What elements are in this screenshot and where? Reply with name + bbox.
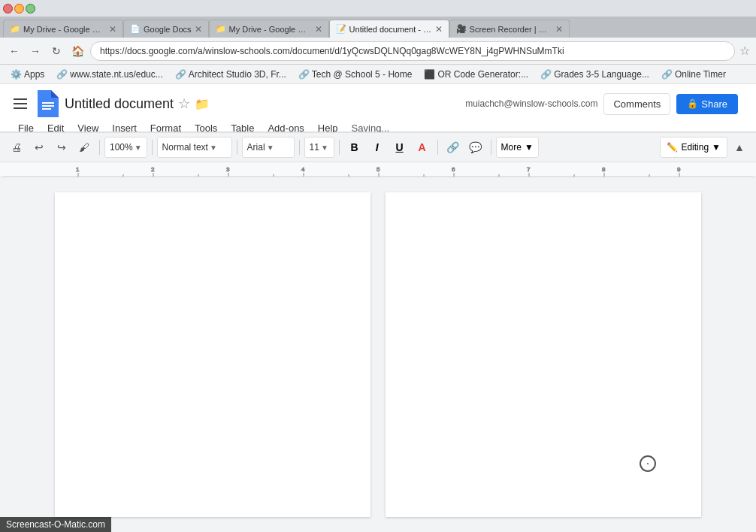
redo-button[interactable]: ↪ — [51, 137, 72, 158]
style-chevron-icon: ▼ — [210, 144, 217, 152]
font-value: Arial — [247, 142, 265, 153]
share-label: Share — [701, 98, 727, 110]
tab-close-1[interactable]: ✕ — [109, 24, 116, 35]
tab-label-2: Google Docs — [144, 25, 192, 34]
share-button[interactable]: 🔒 Share — [676, 94, 738, 114]
bookmark-state-label: www.state.nt.us/educ... — [70, 69, 162, 80]
tab-label-3: My Drive - Google Drive — [229, 25, 312, 34]
tab-favicon-4: 📝 — [336, 24, 346, 35]
font-chevron-icon: ▼ — [267, 144, 274, 152]
print-button[interactable]: 🖨 — [6, 137, 27, 158]
document-area[interactable] — [0, 177, 756, 532]
toolbar: 🖨 ↩ ↪ 🖌 100% ▼ Normal text ▼ Arial ▼ 11 … — [0, 132, 756, 162]
hamburger-menu-icon[interactable] — [9, 92, 32, 115]
comments-button[interactable]: Comments — [603, 93, 670, 115]
title-bar — [0, 0, 756, 17]
tab-3[interactable]: 📁 My Drive - Google Drive ✕ — [209, 20, 329, 38]
zoom-value: 100% — [110, 142, 133, 153]
fontsize-dropdown[interactable]: 11 ▼ — [304, 137, 334, 158]
forward-button[interactable]: → — [27, 43, 44, 59]
tab-close-2[interactable]: ✕ — [195, 24, 202, 35]
tab-close-3[interactable]: ✕ — [315, 24, 322, 35]
pencil-icon: ✏️ — [667, 142, 678, 153]
svg-text:6: 6 — [452, 166, 455, 173]
menu-line-1 — [14, 98, 27, 100]
address-input[interactable] — [90, 41, 735, 61]
tab-4[interactable]: 📝 Untitled document - Goo... ✕ — [329, 20, 449, 38]
refresh-button[interactable]: ↻ — [48, 43, 65, 59]
insert-link-button[interactable]: 🔗 — [443, 137, 464, 158]
menu-line-3 — [14, 107, 27, 109]
undo-button[interactable]: ↩ — [29, 137, 50, 158]
tab-close-4[interactable]: ✕ — [435, 24, 443, 35]
more-button[interactable]: More ▼ — [496, 137, 539, 158]
svg-text:5: 5 — [376, 166, 380, 173]
style-value: Normal text — [162, 142, 208, 153]
grades-icon: 🔗 — [540, 69, 552, 80]
svg-text:2: 2 — [151, 166, 155, 173]
qr-icon: ⬛ — [424, 69, 435, 80]
more-label: More — [501, 142, 522, 153]
bookmark-apps-label: Apps — [24, 69, 44, 80]
tab-label-1: My Drive - Google Drive — [23, 25, 106, 34]
home-button[interactable]: 🏠 — [69, 43, 86, 59]
bookmark-grades[interactable]: 🔗 Grades 3-5 Language... — [536, 68, 654, 81]
bookmark-tech[interactable]: 🔗 Tech @ School 5 - Home — [294, 68, 417, 81]
editing-mode-button[interactable]: ✏️ Editing ▼ — [660, 137, 727, 158]
svg-text:7: 7 — [527, 166, 531, 173]
bookmark-architect[interactable]: 🔗 Architect Studio 3D, Fr... — [171, 68, 291, 81]
bookmark-timer-label: Online Timer — [675, 69, 726, 80]
bookmarks-bar: ⚙️ Apps 🔗 www.state.nt.us/educ... 🔗 Arch… — [0, 65, 756, 84]
window-close[interactable] — [3, 4, 13, 14]
bookmark-qr-label: OR Code Generator:... — [437, 69, 528, 80]
window-minimize[interactable] — [14, 4, 24, 14]
ruler: 1 2 3 4 5 6 7 8 9 — [0, 162, 756, 177]
zoom-chevron-icon: ▼ — [135, 144, 142, 152]
paint-format-button[interactable]: 🖌 — [74, 137, 95, 158]
separator-6 — [437, 140, 438, 155]
folder-icon[interactable]: 📁 — [195, 97, 210, 111]
tab-close-5[interactable]: ✕ — [555, 24, 563, 35]
tab-2[interactable]: 📄 Google Docs ✕ — [123, 20, 209, 38]
doc-page-left[interactable] — [55, 192, 370, 517]
main-content: Untitled document ☆ 📁 muiachch@winslow-s… — [0, 84, 756, 532]
doc-page-right[interactable] — [386, 192, 701, 517]
bookmark-star-icon[interactable]: ☆ — [739, 44, 750, 58]
header-right: muiachch@winslow-schools.com Comments 🔒 … — [465, 93, 747, 115]
docs-logo-svg — [38, 90, 59, 117]
svg-text:1: 1 — [76, 166, 80, 173]
favorite-star-icon[interactable]: ☆ — [178, 95, 190, 112]
bookmark-apps[interactable]: ⚙️ Apps — [6, 68, 49, 81]
bookmark-state[interactable]: 🔗 www.state.nt.us/educ... — [52, 68, 167, 81]
collapse-toolbar-button[interactable]: ▲ — [729, 137, 750, 158]
tab-5[interactable]: 🎥 Screen Recorder | Scree... ✕ — [449, 20, 570, 38]
svg-rect-4 — [42, 108, 51, 110]
tab-favicon-1: 📁 — [10, 24, 20, 35]
style-dropdown[interactable]: Normal text ▼ — [157, 137, 232, 158]
text-color-button[interactable]: A — [412, 137, 433, 158]
document-title[interactable]: Untitled document — [65, 96, 174, 112]
back-button[interactable]: ← — [6, 43, 23, 59]
bookmark-tech-label: Tech @ School 5 - Home — [312, 69, 413, 80]
tab-1[interactable]: 📁 My Drive - Google Drive ✕ — [3, 20, 123, 38]
insert-comment-button[interactable]: 💬 — [465, 137, 486, 158]
tab-favicon-5: 🎥 — [456, 24, 467, 35]
docs-logo — [38, 90, 59, 117]
underline-button[interactable]: U — [389, 137, 410, 158]
font-dropdown[interactable]: Arial ▼ — [242, 137, 295, 158]
italic-button[interactable]: I — [367, 137, 388, 158]
tab-favicon-3: 📁 — [216, 24, 226, 35]
bold-button[interactable]: B — [344, 137, 365, 158]
app-header-top: Untitled document ☆ 📁 muiachch@winslow-s… — [0, 84, 756, 119]
zoom-dropdown[interactable]: 100% ▼ — [104, 137, 147, 158]
bookmark-qr[interactable]: ⬛ OR Code Generator:... — [419, 68, 533, 81]
bookmark-grades-label: Grades 3-5 Language... — [554, 69, 649, 80]
window-maximize[interactable] — [26, 4, 35, 14]
separator-1 — [99, 140, 100, 155]
bookmark-timer[interactable]: 🔗 Online Timer — [657, 68, 730, 81]
tab-label-4: Untitled document - Goo... — [349, 25, 432, 34]
screencast-watermark: Screencast-O-Matic.com — [0, 517, 111, 532]
cursor-indicator — [640, 455, 656, 472]
separator-5 — [339, 140, 340, 155]
user-email: muiachch@winslow-schools.com — [465, 98, 597, 109]
